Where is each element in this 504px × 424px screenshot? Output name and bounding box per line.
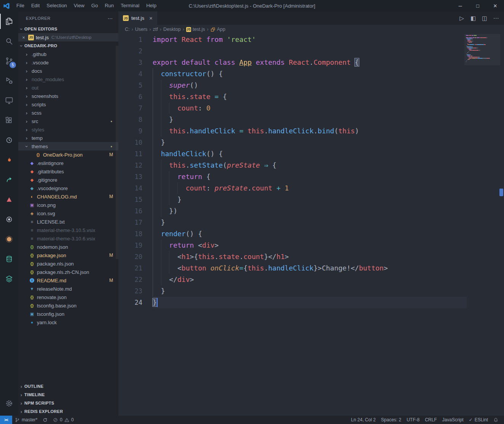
eol-indicator[interactable]: CRLF — [422, 416, 439, 424]
tree-item-package-nls-json[interactable]: {}package.nls.json — [18, 259, 118, 268]
tree-item-changelog-md[interactable]: ◐CHANGELOG.mdM — [18, 192, 118, 201]
sync-button[interactable] — [40, 416, 50, 424]
close-editor-icon[interactable]: × — [21, 35, 27, 40]
folder-section[interactable]: › ONEDARK-PRO — [18, 42, 118, 50]
code-line-content[interactable]: constructor() { — [153, 68, 467, 80]
code-line-content[interactable]: <button onClick={this.handleClick}>Chang… — [153, 262, 467, 274]
arrow-curve-extension-button[interactable] — [0, 170, 18, 190]
tree-item-tsconfig-base-json[interactable]: {}tsconfig.base.json — [18, 301, 118, 310]
tab-test-js[interactable]: JS test.js × — [118, 11, 157, 25]
explorer-button[interactable] — [0, 11, 18, 31]
tree-item-src[interactable]: ›src● — [18, 117, 118, 125]
code-line-content[interactable]: render() { — [153, 228, 467, 240]
tree-item-vscode[interactable]: ›.vscode — [18, 58, 118, 67]
tree-item-package-nls-zh-cn-json[interactable]: {}package.nls.zh-CN.json — [18, 268, 118, 276]
tree-item-material-theme-3-10-5-vsix[interactable]: ≡material-theme-3.10.5.vsix — [18, 226, 118, 234]
tree-item-github[interactable]: ›.github — [18, 50, 118, 58]
tree-item-onedark-pro-json[interactable]: {}OneDark-Pro.jsonM — [18, 150, 118, 159]
menu-view[interactable]: View — [70, 0, 88, 11]
code-line-content[interactable]: super() — [153, 80, 467, 91]
problems-indicator[interactable]: 0 0 — [50, 416, 76, 424]
menu-terminal[interactable]: Terminal — [117, 0, 143, 11]
menu-go[interactable]: Go — [88, 0, 101, 11]
close-tab-icon[interactable]: × — [149, 15, 153, 21]
tree-item-releasenote-md[interactable]: ▼releaseNote.md — [18, 285, 118, 293]
search-button[interactable] — [0, 31, 18, 51]
code-line-content[interactable]: } — [153, 285, 467, 297]
clock-extension-button[interactable] — [0, 130, 18, 150]
code-line-content[interactable]: } — [153, 297, 467, 308]
tree-item-screenshots[interactable]: ›screenshots — [18, 92, 118, 100]
extensions-button[interactable] — [0, 110, 18, 130]
tree-item-node-modules[interactable]: ›node_modules — [18, 75, 118, 83]
tree-item-material-theme-3-10-6-vsix[interactable]: ≡material-theme-3.10.6.vsix — [18, 234, 118, 243]
code-line-content[interactable]: count: 0 — [153, 102, 467, 114]
tree-item-nodemon-json[interactable]: {}nodemon.json — [18, 243, 118, 251]
tree-item-scripts[interactable]: ›scripts — [18, 100, 118, 109]
breadcrumb-app[interactable]: App — [211, 27, 225, 32]
remote-indicator[interactable]: >< — [0, 416, 12, 424]
code-line-content[interactable]: <h1>{this.state.count}</h1> — [153, 251, 467, 262]
overview-ruler[interactable] — [499, 34, 504, 416]
line-col-indicator[interactable]: Ln 24, Col 2 — [348, 416, 378, 424]
eslint-indicator[interactable]: ✓ ESLint — [466, 416, 491, 424]
tree-item-vscodeignore[interactable]: ◆.vscodeignore — [18, 184, 118, 192]
open-changes-button[interactable]: ◧ — [467, 11, 479, 25]
code-line-content[interactable]: this.state = { — [153, 91, 467, 102]
minimap[interactable] — [466, 35, 499, 62]
language-indicator[interactable]: JavaScript — [440, 416, 466, 424]
code-line-content[interactable]: export default class App extends React.C… — [153, 57, 467, 68]
menu-selection[interactable]: Selection — [43, 0, 70, 11]
section-npm-scripts[interactable]: ›NPM SCRIPTS — [18, 399, 118, 407]
tree-item-icon-svg[interactable]: ◈icon.svg — [18, 209, 118, 218]
breadcrumb-ztf[interactable]: ztf — [153, 27, 158, 32]
tree-item-license-txt[interactable]: ≡LICENSE.txt — [18, 218, 118, 226]
code-line-content[interactable]: } — [153, 194, 467, 205]
dot-circle-extension-button[interactable] — [0, 229, 18, 249]
tree-item-docs[interactable]: ›docs — [18, 67, 118, 75]
breadcrumb-test-js[interactable]: JStest.js — [186, 27, 205, 32]
breadcrumb-c[interactable]: C: — [125, 27, 130, 32]
notifications-button[interactable] — [491, 416, 501, 424]
tree-item-temp[interactable]: ›temp — [18, 134, 118, 142]
code-line-content[interactable]: import React from 'react' — [153, 34, 467, 45]
target-extension-button[interactable] — [0, 210, 18, 229]
code-line-content[interactable]: return <div> — [153, 240, 467, 251]
menu-help[interactable]: Help — [143, 0, 160, 11]
code-line-content[interactable]: count: preState.count + 1 — [153, 182, 467, 194]
tree-item-readme-md[interactable]: iREADME.mdM — [18, 276, 118, 285]
code-line-content[interactable]: } — [153, 137, 467, 148]
code-line-content[interactable]: handleClick() { — [153, 148, 467, 160]
code-line-content[interactable]: this.setState(preState ⇒ { — [153, 160, 467, 171]
code-line-content[interactable] — [153, 45, 467, 57]
more-actions-button[interactable]: ⋯ — [490, 11, 502, 25]
tree-item-eslintignore[interactable]: ◆.eslintignore — [18, 159, 118, 167]
code-line-content[interactable]: }) — [153, 205, 467, 217]
breadcrumb-desktop[interactable]: Desktop — [163, 27, 181, 32]
tree-item-gitattributes[interactable]: ◆.gitattributes — [18, 167, 118, 176]
source-control-button[interactable]: 5 — [0, 51, 18, 71]
tree-item-themes[interactable]: ›themes● — [18, 142, 118, 150]
indent-indicator[interactable]: Spaces: 2 — [378, 416, 404, 424]
code-line-content[interactable]: </div> — [153, 274, 467, 285]
tree-item-renovate-json[interactable]: {}renovate.json — [18, 293, 118, 301]
tree-item-tsconfig-json[interactable]: ▣tsconfig.json — [18, 310, 118, 318]
tree-item-yarn-lock[interactable]: ●yarn.lock — [18, 318, 118, 326]
triangle-extension-button[interactable] — [0, 190, 18, 210]
tree-item-icon-png[interactable]: ▣icon.png — [18, 201, 118, 209]
views-more-actions-icon[interactable]: ⋯ — [107, 15, 113, 21]
code-line-content[interactable]: } — [153, 217, 467, 228]
menu-edit[interactable]: Edit — [28, 0, 43, 11]
encoding-indicator[interactable]: UTF-8 — [404, 416, 422, 424]
tree-item-out[interactable]: ›out — [18, 83, 118, 92]
menu-run[interactable]: Run — [101, 0, 117, 11]
code-editor[interactable]: 1import React from 'react'23export defau… — [118, 34, 504, 416]
code-line-content[interactable]: this.handleClick = this.handleClick.bind… — [153, 125, 467, 137]
sidebar-scrollbar[interactable] — [116, 46, 118, 259]
remote-explorer-button[interactable] — [0, 91, 18, 110]
section-timeline[interactable]: ›TIMELINE — [18, 390, 118, 399]
settings-gear-button[interactable] — [0, 394, 18, 413]
database-extension-button[interactable] — [0, 249, 18, 269]
run-debug-button[interactable] — [0, 71, 18, 91]
layers-extension-button[interactable] — [0, 269, 18, 289]
